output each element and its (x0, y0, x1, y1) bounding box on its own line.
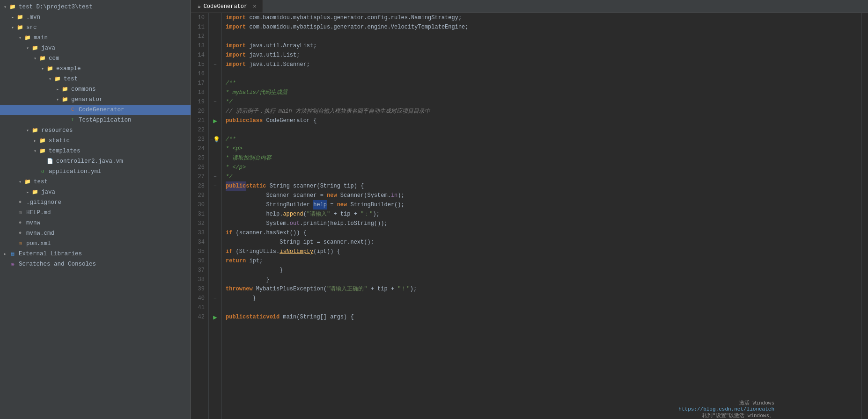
fold-icon[interactable]: − (213, 99, 217, 105)
sidebar-item-src[interactable]: ▾ 📁 src (0, 22, 191, 33)
sidebar-item-genarator[interactable]: ▾ 📁 genarator (0, 94, 191, 105)
sidebar-item-main[interactable]: ▾ 📁 main (0, 33, 191, 43)
activate-link[interactable]: https://blog.csdn.net/lioncatch (678, 406, 774, 412)
tab-codegenerator[interactable]: ☕ CodeGenerator ✕ (191, 0, 263, 13)
code-line-13: import java.util.ArrayList; (226, 41, 861, 51)
code-line-21: public class CodeGenerator { (226, 116, 861, 125)
gutter-cell-40: − (209, 294, 221, 303)
activate-text: 激活 Windows (678, 399, 774, 406)
code-token: if (226, 228, 232, 238)
tree-label: Scratches and Consoles (19, 261, 96, 267)
sidebar-item-ctrl2[interactable]: 📄 controller2.java.vm (0, 156, 191, 166)
fold-icon[interactable]: − (213, 80, 217, 86)
sidebar-item-testapp[interactable]: T TestApplication (0, 115, 191, 125)
sidebar-item-scratches[interactable]: ◉ Scratches and Consoles (0, 259, 191, 269)
line-number-34: 34 (195, 238, 205, 247)
line-number-37: 37 (195, 266, 205, 275)
code-token: import (226, 22, 246, 32)
fold-icon[interactable]: − (213, 62, 217, 67)
sidebar-item-codegen[interactable]: C CodeGenerator (0, 105, 191, 115)
gutter-cell-15: − (209, 60, 221, 69)
fold-icon[interactable]: − (213, 174, 217, 180)
tree-icon: 📁 (38, 148, 47, 154)
gutter-cell-34 (209, 238, 221, 247)
tree-label: External Libraries (19, 251, 82, 257)
sidebar-item-gitignore[interactable]: ● .gitignore (0, 197, 191, 208)
tree-arrow: ▸ (9, 14, 16, 20)
scroll-indicator[interactable] (861, 13, 868, 419)
gutter-cell-31 (209, 210, 221, 219)
tree-arrow: ▾ (47, 76, 53, 82)
code-token: new (337, 200, 347, 210)
tab-label: CodeGenerator (204, 3, 248, 10)
code-token: import (226, 41, 246, 51)
sidebar-item-appyml[interactable]: a application.yml (0, 166, 191, 177)
gutter-cell-21: ▶ (209, 116, 221, 125)
code-token: // 演示例子，执行 main 方法控制台输入模块表名回车自动生成对应项目目录中 (226, 107, 430, 116)
sidebar-item-ext-libs[interactable]: ▸ ▤ External Libraries (0, 249, 191, 259)
tree-label: pom.xml (26, 240, 51, 247)
tree-label: application.yml (49, 168, 102, 175)
tree-icon: 📁 (16, 24, 24, 31)
code-token: help (313, 200, 327, 210)
line-number-11: 11 (195, 22, 205, 32)
code-line-22 (226, 125, 861, 135)
sidebar-item-example[interactable]: ▾ 📁 example (0, 64, 191, 74)
code-line-41 (226, 303, 861, 312)
code-line-40: } (226, 294, 861, 303)
code-token: import (226, 51, 246, 60)
tree-arrow: ▾ (39, 66, 46, 72)
sidebar-item-commons[interactable]: ▸ 📁 commons (0, 84, 191, 94)
close-icon[interactable]: ✕ (253, 3, 256, 10)
code-token: "！" (397, 284, 410, 294)
tree-icon: 📁 (31, 127, 39, 134)
tree-icon: 📁 (46, 65, 54, 72)
sidebar-item-mvnw-cmd[interactable]: ● mvnw.cmd (0, 228, 191, 238)
sidebar-item-help-md[interactable]: m HELP.md (0, 208, 191, 218)
gutter-cell-42: ▶ (209, 312, 221, 322)
tree-icon: ● (16, 230, 24, 237)
tree-icon: 📁 (31, 45, 39, 51)
editor-area: ☕ CodeGenerator ✕ 1011121314151617181920… (191, 0, 868, 419)
code-line-24: * <p> (226, 144, 861, 153)
tree-icon: a (38, 168, 47, 175)
sidebar-item-resources[interactable]: ▾ 📁 resources (0, 125, 191, 136)
sidebar-item-java[interactable]: ▾ 📁 java (0, 43, 191, 53)
code-lines[interactable]: import com.baomidou.mybatisplus.generato… (222, 13, 861, 419)
line-number-15: 15 (195, 60, 205, 69)
tree-icon: 📁 (53, 76, 62, 82)
fold-icon[interactable]: − (210, 137, 213, 142)
code-token: isNotEmpty (280, 247, 313, 256)
line-number-42: 42 (195, 312, 205, 322)
sidebar-item-java2[interactable]: ▸ 📁 java (0, 187, 191, 197)
tree-icon: ▤ (8, 251, 17, 257)
sidebar-item-static[interactable]: ▸ 📁 static (0, 136, 191, 146)
run-icon[interactable]: ▶ (213, 313, 217, 321)
sidebar-item-mvnw-file[interactable]: ● mvnw (0, 218, 191, 228)
bulb-icon[interactable]: 💡 (213, 136, 220, 143)
tree-arrow: ▾ (32, 56, 38, 61)
line-number-14: 14 (195, 51, 205, 60)
sidebar-item-mvn[interactable]: ▸ 📁 .mvn (0, 12, 191, 22)
code-line-27: */ (226, 172, 861, 181)
sidebar-item-test-root[interactable]: ▾ 📁 test D:\project3\test (0, 2, 191, 12)
tree-label: controller2.java.vm (56, 158, 123, 165)
fold-icon[interactable]: − (213, 183, 217, 189)
line-number-39: 39 (195, 284, 205, 294)
sidebar-item-pom[interactable]: m pom.xml (0, 238, 191, 249)
run-icon[interactable]: ▶ (213, 117, 217, 125)
code-token: void (266, 312, 280, 322)
gutter-cell-28: − (209, 181, 221, 191)
sidebar-item-test-pkg[interactable]: ▾ 📁 test (0, 74, 191, 84)
sidebar-item-templates[interactable]: ▾ 📁 templates (0, 146, 191, 156)
tree-icon: 📁 (31, 189, 39, 195)
sidebar-item-test-src[interactable]: ▾ 📁 test (0, 177, 191, 187)
tree-icon: 📁 (23, 35, 32, 41)
activate-sub: 转到"设置"以激活 Windows。 (678, 412, 774, 419)
line-number-24: 24 (195, 144, 205, 153)
code-token: new (327, 191, 337, 200)
fold-icon[interactable]: − (213, 296, 217, 301)
line-number-23: 23 (195, 135, 205, 144)
sidebar-item-com[interactable]: ▾ 📁 com (0, 53, 191, 64)
line-numbers: 1011121314151617181920212223242526272829… (191, 13, 209, 419)
